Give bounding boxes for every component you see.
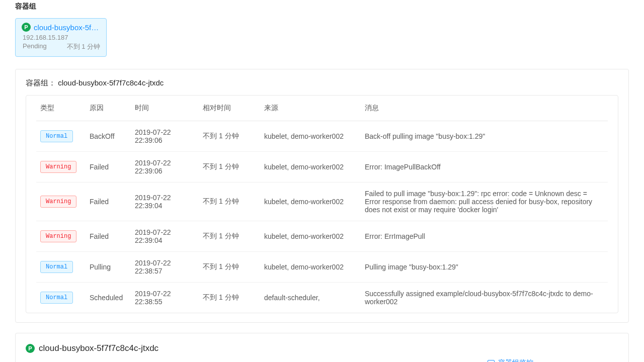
detail-panel: P cloud-busybox-5f7f7c8c4c-jtxdc 名称空间 ex… [15,333,629,362]
cell-type: Normal [36,121,86,152]
event-type-tag: Warning [40,230,76,242]
cell-relative: 不到 1 分钟 [199,152,260,183]
table-row: NormalBackOff2019-07-22 22:39:06不到 1 分钟k… [36,121,608,152]
cell-reason: BackOff [86,121,131,152]
section-title: 容器组 [15,0,629,11]
events-table: 类型 原因 时间 相对时间 来源 消息 NormalBackOff2019-07… [36,96,608,313]
cond-col-status: Status [318,358,347,362]
cell-reason: Failed [86,152,131,183]
cell-source: kubelet, demo-worker002 [260,183,361,221]
events-header-row: 类型 原因 时间 相对时间 来源 消息 [36,96,608,121]
table-row: WarningFailed2019-07-22 22:39:06不到 1 分钟k… [36,152,608,183]
cell-source: kubelet, demo-worker002 [260,221,361,252]
cell-message: Error: ErrImagePull [361,221,608,252]
pod-status-badge-icon: P [22,23,31,32]
cell-message: Back-off pulling image "busy-box:1.29" [361,121,608,152]
conditions-table: Type Status lastTransitionTime PodSchedu… [251,358,473,362]
cell-source: kubelet, demo-worker002 [260,121,361,152]
cell-reason: Scheduled [86,283,131,313]
cell-source: kubelet, demo-worker002 [260,252,361,283]
detail-pod-name: cloud-busybox-5f7f7c8c4c-jtxdc [39,343,158,353]
events-title-name: cloud-busybox-5f7f7c8c4c-jtxdc [58,78,164,87]
event-type-tag: Warning [40,196,76,208]
cell-relative: 不到 1 分钟 [199,221,260,252]
pod-status-badge-icon: P [26,344,35,353]
event-type-tag: Normal [40,261,73,273]
cell-message: Successfully assigned example/cloud-busy… [361,283,608,313]
event-type-tag: Normal [40,292,73,304]
link-label: 容器组监控 [498,358,533,362]
detail-actions: 容器组监控 所在节点监控 所在节点监控（含节点上的容器组） 删除容器组 [488,343,618,362]
col-time: 时间 [131,96,199,121]
event-type-tag: Normal [40,130,73,142]
cell-source: kubelet, demo-worker002 [260,152,361,183]
cell-time: 2019-07-22 22:38:55 [131,283,199,313]
cell-message: Failed to pull image "busy-box:1.29": rp… [361,183,608,221]
cell-reason: Pulling [86,252,131,283]
detail-left: P cloud-busybox-5f7f7c8c4c-jtxdc 名称空间 ex… [26,343,237,362]
cell-type: Warning [36,183,86,221]
cell-type: Normal [36,252,86,283]
cell-time: 2019-07-22 22:39:06 [131,121,199,152]
table-row: NormalScheduled2019-07-22 22:38:55不到 1 分… [36,283,608,313]
cell-time: 2019-07-22 22:39:04 [131,183,199,221]
pod-card[interactable]: P cloud-busybox-5f… 192.168.15.187 Pendi… [15,18,107,57]
cell-reason: Failed [86,221,131,252]
cell-relative: 不到 1 分钟 [199,121,260,152]
cell-relative: 不到 1 分钟 [199,183,260,221]
events-title-prefix: 容器组： [26,78,58,87]
detail-conditions: Type Status lastTransitionTime PodSchedu… [251,343,473,362]
monitor-icon [488,360,495,362]
cell-type: Warning [36,221,86,252]
events-panel: 容器组： cloud-busybox-5f7f7c8c4c-jtxdc 类型 原… [15,69,629,323]
cell-message: Error: ImagePullBackOff [361,152,608,183]
cell-type: Warning [36,152,86,183]
cell-time: 2019-07-22 22:39:04 [131,221,199,252]
col-message: 消息 [361,96,608,121]
pod-card-ip: 192.168.15.187 [22,34,100,41]
link-pod-monitor[interactable]: 容器组监控 [488,358,618,362]
pod-card-age: 不到 1 分钟 [67,42,100,51]
event-type-tag: Warning [40,161,76,173]
pod-card-name: cloud-busybox-5f… [34,23,99,32]
pod-card-footer: Pending 不到 1 分钟 [22,42,100,51]
col-reason: 原因 [86,96,131,121]
detail-heading: P cloud-busybox-5f7f7c8c4c-jtxdc [26,343,237,353]
events-box: 类型 原因 时间 相对时间 来源 消息 NormalBackOff2019-07… [26,95,618,313]
pod-card-header: P cloud-busybox-5f… [22,23,100,32]
cell-source: default-scheduler, [260,283,361,313]
cell-time: 2019-07-22 22:38:57 [131,252,199,283]
table-row: WarningFailed2019-07-22 22:39:04不到 1 分钟k… [36,221,608,252]
events-panel-title: 容器组： cloud-busybox-5f7f7c8c4c-jtxdc [26,78,618,88]
table-row: WarningFailed2019-07-22 22:39:04不到 1 分钟k… [36,183,608,221]
cell-reason: Failed [86,183,131,221]
cond-col-last: lastTransitionTime [347,358,473,362]
cell-type: Normal [36,283,86,313]
col-source: 来源 [260,96,361,121]
cell-relative: 不到 1 分钟 [199,252,260,283]
pod-card-status: Pending [23,42,47,51]
cell-message: Pulling image "busy-box:1.29" [361,252,608,283]
table-row: NormalPulling2019-07-22 22:38:57不到 1 分钟k… [36,252,608,283]
cell-time: 2019-07-22 22:39:06 [131,152,199,183]
col-relative: 相对时间 [199,96,260,121]
cond-col-type: Type [251,358,318,362]
col-type: 类型 [36,96,86,121]
cell-relative: 不到 1 分钟 [199,283,260,313]
cond-header-row: Type Status lastTransitionTime [251,358,473,362]
